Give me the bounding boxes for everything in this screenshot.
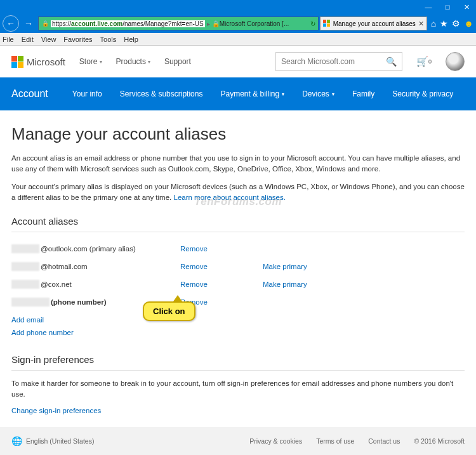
footer-link-terms[interactable]: Terms of use — [316, 437, 354, 445]
feedback-icon[interactable]: ☻ — [464, 18, 473, 29]
chevron-down-icon: ▾ — [100, 59, 102, 65]
svg-rect-0 — [323, 20, 326, 23]
nav-services[interactable]: Services & subscriptions — [120, 89, 203, 98]
alias-email: @cox.net — [41, 280, 180, 288]
microsoft-logo[interactable]: Microsoft — [11, 56, 65, 68]
section-account-aliases: Account aliases — [11, 216, 465, 227]
tab-title: Manage your account aliases — [333, 20, 416, 27]
account-nav: Account Your info Services & subscriptio… — [0, 77, 476, 110]
lock-icon: 🔒 — [42, 20, 49, 27]
redacted-text — [11, 262, 39, 271]
tab-close-icon[interactable]: ✕ — [418, 20, 424, 28]
page-content: Manage your account aliases An account a… — [0, 110, 476, 423]
favicon-icon — [323, 20, 331, 27]
nav-security[interactable]: Security & privacy — [392, 89, 453, 98]
header-link-products[interactable]: Products▾ — [116, 57, 150, 66]
chevron-down-icon: ▾ — [332, 91, 334, 97]
avatar[interactable] — [446, 52, 465, 71]
browser-tab[interactable]: Manage your account aliases ✕ — [320, 16, 427, 30]
make-primary-link[interactable]: Make primary — [263, 280, 307, 288]
remove-link[interactable]: Remove — [180, 280, 263, 288]
intro-paragraph-1: An account alias is an email address or … — [11, 153, 465, 175]
window-minimize-button[interactable]: — — [419, 0, 438, 14]
section-signin-preferences: Sign-in preferences — [11, 354, 465, 365]
favorites-icon[interactable]: ★ — [440, 18, 448, 29]
menu-file[interactable]: File — [3, 36, 14, 43]
add-phone-link[interactable]: Add phone number — [11, 329, 465, 336]
alias-row-phone: (phone number) Remove — [11, 293, 465, 311]
redacted-text — [11, 244, 39, 253]
browser-menubar: File Edit View Favorites Tools Help — [0, 33, 476, 46]
add-email-link[interactable]: Add email — [11, 316, 465, 324]
svg-rect-2 — [323, 23, 326, 27]
annotation-callout: Click on — [143, 295, 195, 321]
footer-link-privacy[interactable]: Privacy & cookies — [249, 437, 302, 445]
search-box[interactable]: 🔍 — [275, 52, 402, 71]
header-link-store[interactable]: Store▾ — [79, 57, 102, 66]
alias-email: @outlook.com (primary alias) — [41, 245, 180, 253]
footer-copyright: © 2016 Microsoft — [414, 437, 465, 445]
identity-lock-icon: 🔒 — [212, 20, 220, 27]
forward-button[interactable]: → — [20, 15, 37, 32]
svg-rect-1 — [327, 20, 330, 23]
refresh-icon[interactable]: ↻ — [310, 20, 315, 27]
footer-link-contact[interactable]: Contact us — [368, 437, 400, 445]
menu-view[interactable]: View — [41, 36, 56, 43]
chevron-down-icon: ▾ — [148, 59, 150, 65]
back-button[interactable]: ← — [3, 15, 19, 32]
cart-button[interactable]: 🛒0 — [416, 56, 432, 67]
change-signin-pref-link[interactable]: Change sign-in preferences — [11, 407, 465, 414]
home-icon[interactable]: ⌂ — [431, 18, 436, 29]
header-link-support[interactable]: Support — [164, 57, 191, 66]
remove-link[interactable]: Remove — [180, 245, 263, 253]
window-maximize-button[interactable]: □ — [438, 0, 457, 14]
site-footer: 🌐 English (United States) Privacy & cook… — [0, 427, 476, 455]
menu-tools[interactable]: Tools — [100, 36, 117, 43]
signin-pref-paragraph: To make it harder for someone to break i… — [11, 378, 465, 400]
search-input[interactable] — [281, 57, 386, 66]
menu-help[interactable]: Help — [124, 36, 138, 43]
search-icon[interactable]: 🔍 — [386, 56, 397, 67]
alias-row: @outlook.com (primary alias) Remove — [11, 240, 465, 258]
alias-row: @hotmail.com Remove Make primary — [11, 258, 465, 275]
window-titlebar: — □ ✕ — [0, 0, 476, 14]
nav-payment[interactable]: Payment & billing ▾ — [220, 89, 284, 98]
page-title: Manage your account aliases — [11, 124, 465, 144]
divider — [11, 232, 465, 232]
intro-paragraph-2: Your account's primary alias is displaye… — [11, 181, 465, 204]
redacted-text — [11, 298, 50, 307]
nav-devices[interactable]: Devices ▾ — [302, 89, 334, 98]
language-selector[interactable]: 🌐 English (United States) — [11, 436, 94, 446]
remove-link[interactable]: Remove — [180, 263, 263, 270]
divider — [11, 370, 465, 371]
menu-edit[interactable]: Edit — [22, 36, 34, 43]
chevron-down-icon: ▾ — [282, 91, 284, 97]
redacted-text — [11, 280, 39, 289]
globe-icon: 🌐 — [11, 436, 22, 446]
learn-more-link[interactable]: Learn more about account aliases. — [173, 194, 285, 201]
cert-identity: Microsoft Corporation [... — [220, 20, 289, 27]
nav-brand[interactable]: Account — [11, 88, 48, 100]
menu-favorites[interactable]: Favorites — [63, 36, 92, 43]
tools-icon[interactable]: ⚙ — [452, 18, 460, 29]
svg-rect-3 — [327, 23, 330, 27]
alias-email: @hotmail.com — [41, 263, 180, 270]
window-close-button[interactable]: ✕ — [457, 0, 476, 14]
callout-text: Click on — [143, 301, 195, 321]
alias-row: @cox.net Remove Make primary — [11, 275, 465, 293]
browser-navbar: ← → 🔒 https://account.live.com/names/Man… — [0, 14, 476, 33]
address-bar[interactable]: 🔒 https://account.live.com/names/Manage?… — [38, 16, 319, 30]
make-primary-link[interactable]: Make primary — [263, 263, 307, 270]
site-header: Microsoft Store▾ Products▾ Support 🔍 🛒0 — [0, 46, 476, 77]
nav-family[interactable]: Family — [352, 89, 374, 98]
nav-your-info[interactable]: Your info — [72, 89, 102, 98]
